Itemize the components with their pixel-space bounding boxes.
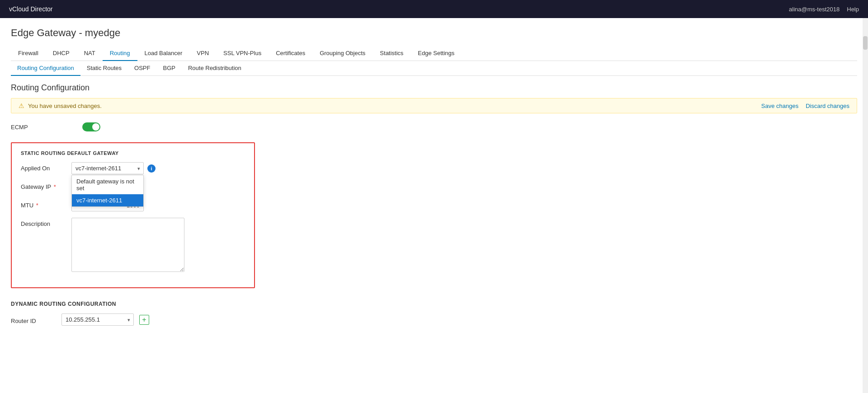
tab-edge-settings[interactable]: Edge Settings <box>410 46 462 61</box>
dynamic-routing-section: DYNAMIC ROUTING CONFIGURATION Router ID … <box>11 301 857 326</box>
scrollbar-thumb[interactable] <box>863 36 868 50</box>
warning-icon: ⚠ <box>19 102 24 109</box>
router-id-row: Router ID 10.255.255.1 + <box>11 313 857 326</box>
applied-on-row: Applied On vc7-internet-2611 Default gat… <box>21 162 245 174</box>
warning-message-area: ⚠ You have unsaved changes. <box>19 102 102 109</box>
warning-actions: Save changes Discard changes <box>761 103 849 109</box>
applied-on-select-wrapper: vc7-internet-2611 <box>71 162 144 174</box>
routing-config-title: Routing Configuration <box>11 83 857 93</box>
tab-nat[interactable]: NAT <box>77 46 103 61</box>
static-routing-title: STATIC ROUTING DEFAULT GATEWAY <box>21 150 245 156</box>
router-id-label: Router ID <box>11 315 56 324</box>
description-row: Description <box>21 218 245 272</box>
tab-statistics[interactable]: Statistics <box>373 46 410 61</box>
static-routing-box: STATIC ROUTING DEFAULT GATEWAY Applied O… <box>11 142 255 288</box>
ecmp-toggle[interactable] <box>82 122 100 131</box>
tab-dhcp[interactable]: DHCP <box>46 46 77 61</box>
tab-ospf[interactable]: OSPF <box>128 61 156 76</box>
help-link[interactable]: Help <box>847 6 859 13</box>
dropdown-item-vc7[interactable]: vc7-internet-2611 <box>72 194 143 206</box>
sub-tab-bar: Routing Configuration Static Routes OSPF… <box>11 61 857 76</box>
brand-logo: vCloud Director <box>9 5 52 13</box>
gateway-ip-label: Gateway IP * <box>21 181 66 190</box>
applied-on-dropdown-container: vc7-internet-2611 Default gateway is not… <box>71 162 144 174</box>
tab-firewall[interactable]: Firewall <box>11 46 46 61</box>
dynamic-routing-title: DYNAMIC ROUTING CONFIGURATION <box>11 301 857 307</box>
router-id-select-wrapper: 10.255.255.1 <box>61 313 134 326</box>
gateway-ip-required: * <box>52 183 56 190</box>
applied-on-info-icon[interactable]: i <box>147 164 156 173</box>
tab-vpn[interactable]: VPN <box>189 46 216 61</box>
applied-on-select-row: vc7-internet-2611 Default gateway is not… <box>71 162 156 174</box>
ecmp-row: ECMP <box>11 121 857 133</box>
tab-ssl-vpn-plus[interactable]: SSL VPN-Plus <box>216 46 269 61</box>
discard-changes-link[interactable]: Discard changes <box>806 103 849 109</box>
description-textarea[interactable] <box>71 218 184 272</box>
dropdown-item-default[interactable]: Default gateway is not set <box>72 175 143 194</box>
save-changes-link[interactable]: Save changes <box>761 103 798 109</box>
tab-routing-configuration[interactable]: Routing Configuration <box>11 61 80 76</box>
add-router-id-button[interactable]: + <box>139 315 149 325</box>
tab-bgp[interactable]: BGP <box>156 61 181 76</box>
description-control <box>71 218 245 272</box>
tab-grouping-objects[interactable]: Grouping Objects <box>312 46 373 61</box>
applied-on-dropdown-popup: Default gateway is not set vc7-internet-… <box>71 175 144 207</box>
tab-route-redistribution[interactable]: Route Redistribution <box>182 61 248 76</box>
main-content: Edge Gateway - myedge Firewall DHCP NAT … <box>0 18 868 341</box>
mtu-required: * <box>34 202 38 209</box>
tab-routing[interactable]: Routing <box>103 46 137 61</box>
applied-on-label: Applied On <box>21 162 66 172</box>
scrollbar-track[interactable] <box>863 18 868 341</box>
user-label: alina@ms-test2018 <box>789 6 840 13</box>
applied-on-select[interactable]: vc7-internet-2611 <box>71 162 144 174</box>
warning-text: You have unsaved changes. <box>28 103 102 109</box>
main-tab-bar: Firewall DHCP NAT Routing Load Balancer … <box>11 46 857 61</box>
warning-banner: ⚠ You have unsaved changes. Save changes… <box>11 98 857 113</box>
tab-static-routes[interactable]: Static Routes <box>80 61 128 76</box>
mtu-label: MTU * <box>21 199 66 209</box>
applied-on-control: vc7-internet-2611 Default gateway is not… <box>71 162 245 174</box>
page-title: Edge Gateway - myedge <box>11 27 857 39</box>
router-id-select[interactable]: 10.255.255.1 <box>61 313 134 326</box>
ecmp-label: ECMP <box>11 124 28 131</box>
tab-load-balancer[interactable]: Load Balancer <box>137 46 190 61</box>
tab-certificates[interactable]: Certificates <box>269 46 312 61</box>
top-nav-right: alina@ms-test2018 Help <box>789 6 859 13</box>
top-navbar: vCloud Director alina@ms-test2018 Help <box>0 0 868 18</box>
description-label: Description <box>21 218 66 227</box>
